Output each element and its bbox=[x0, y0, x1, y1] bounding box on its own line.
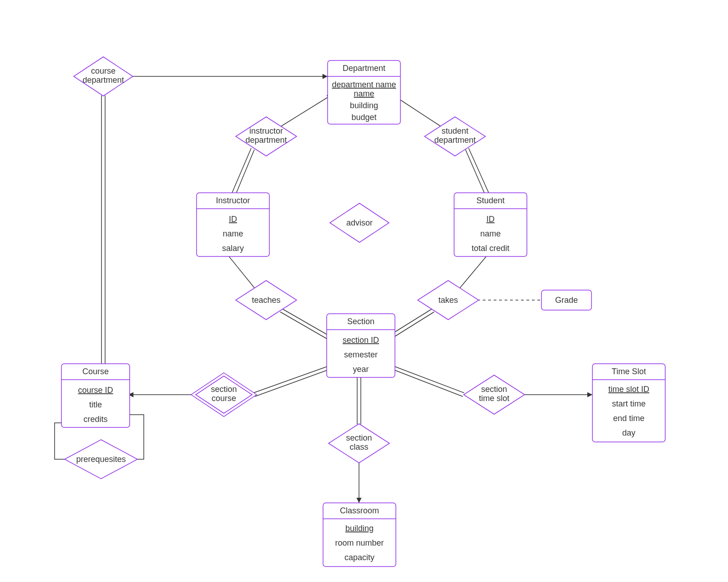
entity-title: Student bbox=[476, 196, 505, 205]
entity-attr: title bbox=[89, 400, 102, 409]
rel-label: section bbox=[346, 433, 372, 442]
entity-student: Student ID name total credit bbox=[454, 193, 527, 256]
entity-attr: building bbox=[350, 101, 378, 110]
edge-teaches-section-a bbox=[280, 312, 328, 339]
edge-instrdept-instr-a bbox=[232, 148, 251, 193]
entity-title: Section bbox=[347, 317, 374, 326]
rel-label: prerequesites bbox=[76, 455, 126, 464]
edge-teaches-instructor bbox=[228, 255, 254, 288]
entity-timeslot: Time Slot time slot ID start time end ti… bbox=[592, 364, 665, 442]
edge-takes-student bbox=[460, 255, 488, 288]
rel-label: course bbox=[212, 394, 236, 403]
rel-teaches: teaches bbox=[236, 281, 297, 320]
edge-studdept-student-a bbox=[469, 148, 489, 193]
entity-attr: day bbox=[622, 428, 635, 437]
rel-student-department: student department bbox=[425, 117, 485, 156]
edge-takes-section-a bbox=[390, 312, 434, 339]
entity-department: Department department name name building… bbox=[328, 60, 400, 124]
entity-attr: salary bbox=[222, 244, 244, 253]
rel-section-course: section course bbox=[191, 373, 257, 416]
rel-label: class bbox=[349, 442, 368, 452]
entity-pk: course ID bbox=[78, 386, 113, 395]
rel-label: instructor bbox=[249, 126, 283, 135]
rel-label: section bbox=[211, 385, 237, 394]
rel-label: department bbox=[434, 135, 475, 145]
er-diagram: Department department name name building… bbox=[0, 0, 728, 582]
entity-instructor: Instructor ID name salary bbox=[197, 193, 269, 256]
edge-seccourse-section-a bbox=[253, 366, 330, 393]
entity-title: Time Slot bbox=[612, 367, 646, 376]
entity-section: Section section ID semester year bbox=[327, 314, 395, 377]
rel-label: course bbox=[91, 66, 116, 75]
rel-prerequesites: prerequesites bbox=[65, 440, 137, 479]
entity-pk: department name bbox=[332, 80, 396, 89]
rel-label: takes bbox=[438, 296, 458, 305]
rel-course-department: course department bbox=[74, 57, 133, 96]
rel-advisor: advisor bbox=[330, 203, 389, 242]
entity-pk: section ID bbox=[343, 336, 379, 345]
rel-instructor-department: instructor department bbox=[236, 117, 297, 156]
entity-pk2: name bbox=[354, 89, 374, 98]
rel-section-timeslot: section time slot bbox=[464, 375, 525, 414]
entity-attr: total credit bbox=[471, 244, 509, 253]
entity-title: Classroom bbox=[340, 506, 379, 515]
entity-attr: end time bbox=[613, 414, 644, 423]
entity-pk: time slot ID bbox=[608, 385, 649, 394]
rel-section-class: section class bbox=[329, 424, 389, 463]
edge-seccourse-section-b bbox=[255, 369, 330, 396]
entity-classroom: Classroom building room number capacity bbox=[323, 503, 396, 567]
entity-title: Course bbox=[82, 367, 109, 376]
entity-pk: building bbox=[345, 524, 374, 533]
rel-takes: takes bbox=[418, 281, 479, 320]
entity-attr: capacity bbox=[344, 553, 374, 562]
entity-title: Department bbox=[343, 64, 385, 73]
rel-label: student bbox=[441, 126, 468, 135]
entity-pk: ID bbox=[229, 215, 237, 224]
entity-attr: budget bbox=[351, 113, 376, 122]
edge-instrdept-instr-b bbox=[235, 150, 254, 196]
entity-title: Grade bbox=[555, 296, 578, 305]
rel-label: department bbox=[82, 75, 124, 85]
edge-instrdept-department bbox=[279, 95, 332, 127]
edge-studdept-student-b bbox=[465, 150, 485, 196]
entity-attr: year bbox=[353, 365, 369, 374]
entity-attr: name bbox=[222, 229, 243, 238]
edge-sectime-section-b bbox=[392, 369, 463, 396]
entity-attr: room number bbox=[335, 538, 384, 547]
entity-course: Course course ID title credits bbox=[61, 364, 130, 427]
edge-teaches-section-b bbox=[282, 309, 330, 336]
rel-label: department bbox=[245, 135, 287, 145]
entity-grade: Grade bbox=[541, 290, 592, 310]
rel-label: teaches bbox=[252, 296, 280, 305]
entity-title: Instructor bbox=[216, 196, 250, 205]
rel-label: section bbox=[481, 385, 507, 394]
entity-attr: semester bbox=[344, 350, 378, 359]
entity-attr: credits bbox=[83, 415, 107, 424]
entity-pk: ID bbox=[486, 215, 495, 224]
entity-attr: name bbox=[480, 229, 500, 238]
edge-sectime-section-a bbox=[392, 366, 464, 393]
rel-label: time slot bbox=[479, 394, 509, 403]
entity-attr: start time bbox=[612, 399, 646, 408]
rel-label: advisor bbox=[346, 218, 373, 227]
